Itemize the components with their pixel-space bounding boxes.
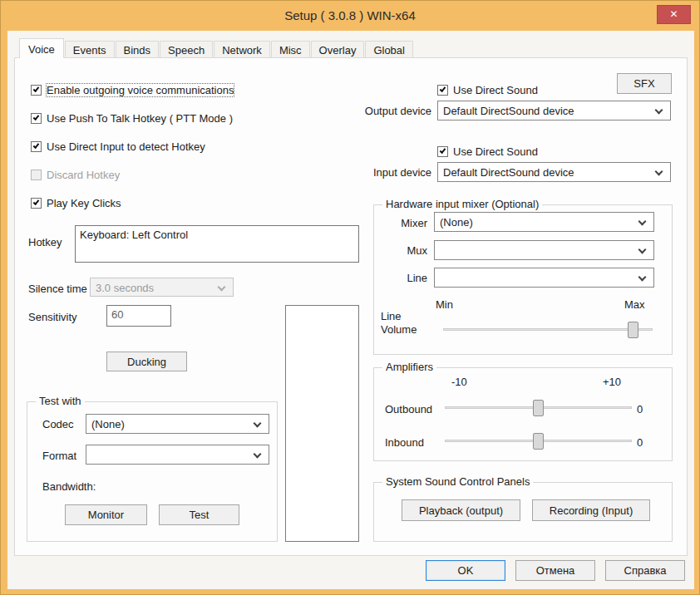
slider-track[interactable] <box>443 328 653 331</box>
checkbox-discard-hotkey: Discard Hotkey <box>31 169 120 181</box>
chevron-down-icon <box>254 451 262 459</box>
tab-speech[interactable]: Speech <box>160 41 213 58</box>
voice-level-meter <box>285 305 359 542</box>
group-title: System Sound Control Panels <box>382 475 533 488</box>
sensitivity-value: 60 <box>111 308 123 321</box>
format-label: Format <box>42 450 76 462</box>
checkbox-label: Discard Hotkey <box>47 169 120 181</box>
combo-value: (None) <box>91 418 250 430</box>
group-title: Hardware input mixer (Optional) <box>382 198 542 210</box>
checkbox-label: Use Direct Sound <box>453 145 538 158</box>
checkbox-enable-outgoing[interactable]: Enable outgoing voice communications <box>31 84 234 96</box>
inbound-label: Inbound <box>385 436 424 449</box>
chevron-down-icon <box>254 420 262 428</box>
checkbox-box <box>437 85 448 96</box>
checkbox-use-direct-sound-input[interactable]: Use Direct Sound <box>437 145 538 158</box>
check-icon <box>33 86 40 92</box>
min-label: Min <box>436 298 453 311</box>
inbound-value: 0 <box>637 436 643 449</box>
amp-scale-min-label: -10 <box>451 376 467 388</box>
checkbox-direct-input[interactable]: Use Direct Input to detect Hotkey <box>31 140 205 153</box>
tab-overlay[interactable]: Overlay <box>311 41 365 58</box>
chevron-down-icon <box>639 219 647 226</box>
close-button[interactable]: ✕ <box>657 5 691 24</box>
checkbox-box <box>31 85 42 96</box>
tab-network[interactable]: Network <box>214 41 270 58</box>
test-button[interactable]: Test <box>159 504 239 525</box>
line-select[interactable] <box>434 268 654 288</box>
ok-button[interactable]: OK <box>426 560 505 581</box>
checkbox-label: Use Direct Input to detect Hotkey <box>47 140 205 153</box>
checkbox-ptt[interactable]: Use Push To Talk Hotkey ( PTT Mode ) <box>31 112 233 125</box>
dialog-body: Voice Events Binds Speech Network Misc O… <box>7 31 694 589</box>
slider-thumb[interactable] <box>628 322 638 338</box>
window-title: Setup ( 3.0.8 ) WIN-x64 <box>1 8 699 22</box>
sensitivity-field[interactable]: 60 <box>106 305 171 327</box>
outbound-slider[interactable] <box>445 400 632 416</box>
format-select[interactable] <box>86 445 269 465</box>
input-device-label: Input device <box>344 166 431 179</box>
test-with-group: Test with Codec (None) Format Bandwidth:… <box>27 401 278 542</box>
help-button[interactable]: Справка <box>605 560 685 581</box>
outbound-label: Outbound <box>385 403 432 416</box>
monitor-button[interactable]: Monitor <box>65 504 147 525</box>
checkbox-label: Use Direct Sound <box>453 84 538 96</box>
input-device-select[interactable]: Default DirectSound device <box>437 162 671 182</box>
combo-value: 3.0 seconds <box>96 282 214 294</box>
playback-output-button[interactable]: Playback (output) <box>402 499 520 521</box>
check-icon <box>440 86 446 92</box>
tab-global[interactable]: Global <box>365 41 413 58</box>
checkbox-use-direct-sound-output[interactable]: Use Direct Sound <box>437 84 538 96</box>
combo-value: Default DirectSound device <box>443 105 652 117</box>
amplifiers-group: Amplifiers -10 +10 Outbound 0 Inbound 0 <box>373 367 673 461</box>
cancel-button[interactable]: Отмена <box>515 560 595 581</box>
tab-bar: Voice Events Binds Speech Network Misc O… <box>19 38 414 58</box>
slider-thumb[interactable] <box>533 400 544 416</box>
tab-binds[interactable]: Binds <box>116 41 160 58</box>
checkbox-box <box>31 170 42 180</box>
silence-time-label: Silence time <box>28 283 87 295</box>
chevron-down-icon <box>656 169 663 176</box>
line-label: Line <box>381 272 427 284</box>
checkbox-box <box>31 113 42 124</box>
checkbox-box <box>437 146 448 157</box>
line-volume-label: Line Volume <box>381 310 424 337</box>
tab-misc[interactable]: Misc <box>271 41 310 58</box>
line-volume-slider[interactable] <box>443 322 653 338</box>
tab-events[interactable]: Events <box>65 41 115 58</box>
voice-tab-page: Enable outgoing voice communications Use… <box>14 57 688 556</box>
hotkey-field[interactable]: Keyboard: Left Control <box>75 225 359 263</box>
group-title: Amplifiers <box>382 361 436 373</box>
silence-time-select: 3.0 seconds <box>90 278 234 297</box>
mux-select[interactable] <box>434 240 654 260</box>
output-device-select[interactable]: Default DirectSound device <box>437 101 671 120</box>
check-icon <box>33 199 40 205</box>
chevron-down-icon <box>656 107 663 115</box>
sfx-button[interactable]: SFX <box>617 73 672 94</box>
chevron-down-icon <box>639 247 647 254</box>
checkbox-label: Use Push To Talk Hotkey ( PTT Mode ) <box>47 112 233 125</box>
close-icon: ✕ <box>669 8 678 20</box>
hardware-input-mixer-group: Hardware input mixer (Optional) Mixer (N… <box>373 204 673 355</box>
output-device-label: Output device <box>344 105 431 117</box>
combo-value: Default DirectSound device <box>443 166 652 179</box>
checkbox-play-key-clicks[interactable]: Play Key Clicks <box>31 197 121 209</box>
inbound-slider[interactable] <box>445 433 632 450</box>
slider-thumb[interactable] <box>533 433 544 450</box>
sensitivity-label: Sensitivity <box>28 311 77 323</box>
mixer-select[interactable]: (None) <box>434 212 654 232</box>
check-icon <box>33 114 40 120</box>
outbound-value: 0 <box>637 403 643 416</box>
checkbox-label: Play Key Clicks <box>47 197 121 209</box>
recording-input-button[interactable]: Recording (Input) <box>532 499 650 521</box>
mixer-label: Mixer <box>381 217 427 229</box>
ducking-button[interactable]: Ducking <box>106 352 187 371</box>
group-title: Test with <box>36 395 85 407</box>
hotkey-value: Keyboard: Left Control <box>80 229 188 241</box>
titlebar[interactable]: Setup ( 3.0.8 ) WIN-x64 ✕ <box>1 1 699 31</box>
chevron-down-icon <box>219 284 226 292</box>
combo-value: (None) <box>440 216 635 229</box>
tab-voice[interactable]: Voice <box>19 38 64 58</box>
codec-select[interactable]: (None) <box>86 414 269 434</box>
hotkey-label: Hotkey <box>28 236 62 248</box>
